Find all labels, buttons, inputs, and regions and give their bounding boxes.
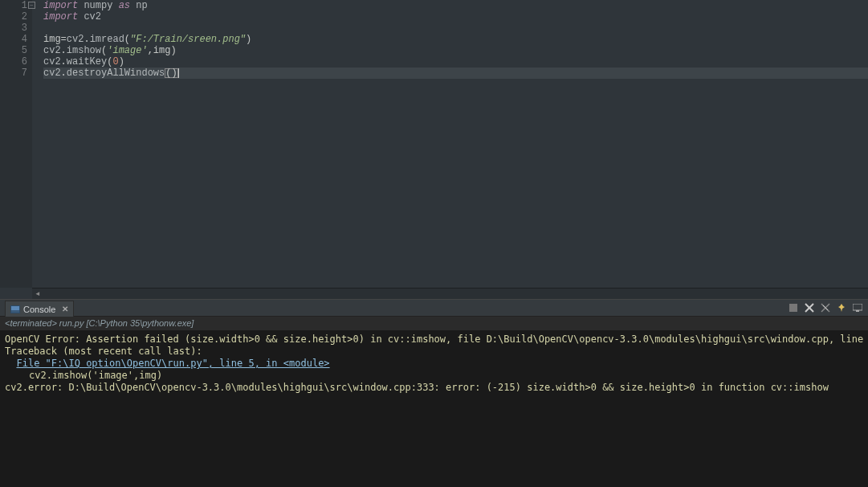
scroll-left-icon[interactable]: ◄ xyxy=(32,289,43,299)
line-number: 3 xyxy=(0,23,27,34)
code-line[interactable] xyxy=(43,23,868,34)
line-number: 4 xyxy=(0,34,27,45)
close-icon[interactable]: ✕ xyxy=(62,305,68,313)
line-number-gutter: 1−234567 xyxy=(0,0,32,288)
horizontal-scrollbar[interactable]: ◄ xyxy=(32,288,868,299)
remove-launch-icon[interactable] xyxy=(820,302,831,313)
console-tab[interactable]: Console ✕ xyxy=(5,301,74,317)
terminate-icon[interactable] xyxy=(788,302,799,313)
console-output[interactable]: OpenCV Error: Assertion failed (size.wid… xyxy=(0,330,868,487)
console-line: cv2.imshow('image',img) xyxy=(5,370,863,382)
svg-rect-6 xyxy=(853,304,862,310)
code-area[interactable]: 1−234567 import numpy as npimport cv2img… xyxy=(0,0,868,288)
display-icon[interactable] xyxy=(852,302,863,313)
pin-icon[interactable] xyxy=(836,302,847,313)
code-line[interactable]: cv2.imshow('image',img) xyxy=(43,45,868,56)
svg-rect-7 xyxy=(856,310,859,312)
code-line[interactable]: cv2.destroyAllWindows() xyxy=(43,68,868,79)
code-line[interactable]: cv2.waitKey(0) xyxy=(43,56,868,68)
traceback-link[interactable]: File "F:\IQ option\OpenCV\run.py", line … xyxy=(16,358,329,369)
line-number: 2 xyxy=(0,11,27,23)
console-line: OpenCV Error: Assertion failed (size.wid… xyxy=(5,334,863,346)
console-icon xyxy=(10,305,20,313)
text-cursor xyxy=(178,68,179,78)
remove-all-icon[interactable] xyxy=(804,302,815,313)
line-number: 6 xyxy=(0,56,27,68)
process-status-line: <terminated> run.py [C:\Python 35\python… xyxy=(0,317,868,330)
console-panel-header: Console ✕ xyxy=(0,299,868,317)
line-number: 1− xyxy=(0,0,27,11)
console-toolbar xyxy=(788,302,863,313)
line-number: 5 xyxy=(0,45,27,56)
console-line: Traceback (most recent call last): xyxy=(5,346,863,358)
code-content[interactable]: import numpy as npimport cv2img=cv2.imre… xyxy=(32,0,868,288)
console-line: cv2.error: D:\Build\OpenCV\opencv-3.3.0\… xyxy=(5,382,863,394)
fold-minus-icon[interactable]: − xyxy=(28,2,35,9)
code-line[interactable]: img=cv2.imread("F:/Train/sreen.png") xyxy=(43,34,868,45)
console-tab-label: Console xyxy=(23,305,55,314)
terminated-label: <terminated> run.py [C:\Python 35\python… xyxy=(5,318,194,328)
line-number: 7 xyxy=(0,68,27,79)
console-line: File "F:\IQ option\OpenCV\run.py", line … xyxy=(5,358,863,370)
bracket-highlight: () xyxy=(165,68,177,78)
svg-rect-0 xyxy=(789,304,797,312)
code-line[interactable]: import numpy as np xyxy=(43,0,868,11)
code-line[interactable]: import cv2 xyxy=(43,11,868,23)
code-editor: 1−234567 import numpy as npimport cv2img… xyxy=(0,0,868,299)
